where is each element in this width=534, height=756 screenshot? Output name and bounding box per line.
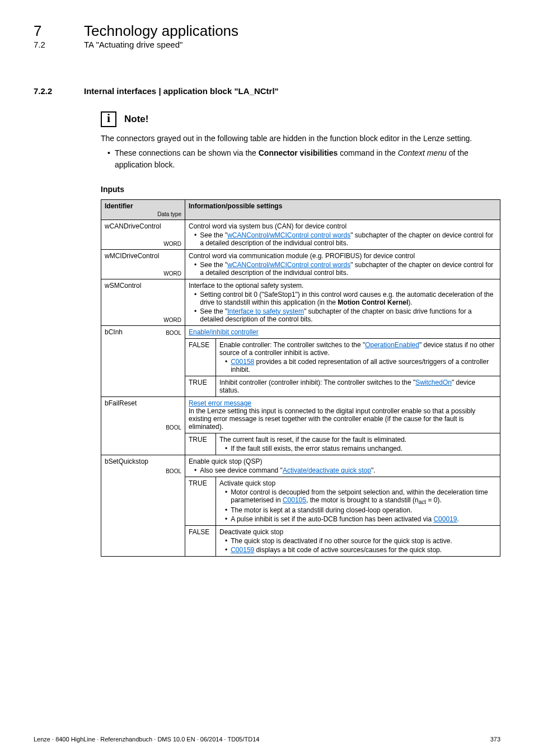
link[interactable]: Enable/inhibit controller: [189, 328, 259, 336]
link[interactable]: Activate/deactivate quick stop: [283, 466, 371, 474]
note-bullet-italic: Context menu: [398, 148, 447, 157]
page-footer: Lenze · 8400 HighLine · Referenzhandbuch…: [34, 736, 500, 743]
chapter-title: Technology applications: [84, 22, 238, 40]
table-row: wCANDriveControl WORD: [101, 220, 185, 249]
note-label: Note!: [124, 114, 148, 125]
chapter-number: 7: [34, 22, 56, 40]
note-bullet-text: These connections can be shown via the: [115, 148, 259, 157]
note-box: i Note! The connectors grayed out in the…: [101, 111, 500, 170]
table-row: wSMControl WORD: [101, 279, 185, 325]
cell-desc: Deactivate quick stop •The quick stop is…: [216, 526, 500, 557]
note-bullet: • These connections can be shown via the…: [107, 147, 500, 170]
cell-desc: Interface to the optional safety system.…: [185, 279, 500, 325]
footer-left: Lenze · 8400 HighLine · Referenzhandbuch…: [34, 736, 259, 743]
cell-value: TRUE: [185, 433, 216, 455]
inputs-table: Identifier Data type Information/possibl…: [101, 199, 500, 557]
cell-desc: Enable quick stop (QSP) •Also see device…: [185, 455, 500, 477]
link[interactable]: C00019: [433, 515, 457, 523]
th-info: Information/possible settings: [185, 199, 500, 220]
cell-desc: Enable controller: The controller switch…: [216, 338, 500, 376]
cell-value: FALSE: [185, 338, 216, 376]
table-row: bSetQuickstop BOOL: [101, 455, 185, 477]
cell-desc: Enable/inhibit controller: [185, 325, 500, 338]
note-body-text: The connectors grayed out in the followi…: [101, 133, 500, 144]
cell-value: TRUE: [185, 477, 216, 525]
cell-desc: Control word via system bus (CAN) for de…: [185, 220, 500, 249]
cell-desc: Control word via communication module (e…: [185, 249, 500, 279]
table-row: bFailReset BOOL: [101, 396, 185, 433]
subsection-number: 7.2.2: [34, 86, 56, 96]
link[interactable]: C00158: [231, 358, 254, 366]
cell-value: FALSE: [185, 526, 216, 557]
link[interactable]: wCANControl/wMCIControl control words: [227, 231, 350, 239]
subsection-title: Internal interfaces | application block …: [84, 86, 279, 96]
link[interactable]: Interface to safety system: [227, 307, 304, 315]
cell-desc: Inhibit controller (controller inhibit):…: [216, 376, 500, 396]
link[interactable]: C00159: [231, 546, 254, 554]
section-title: TA "Actuating drive speed": [84, 40, 182, 49]
note-bullet-bold: Connector visibilities: [259, 148, 338, 157]
link[interactable]: wCANControl/wMCIControl control words: [227, 261, 350, 269]
inputs-heading: Inputs: [101, 185, 500, 194]
info-icon: i: [101, 111, 116, 127]
cell-value: TRUE: [185, 376, 216, 396]
cell-desc: The current fault is reset, if the cause…: [216, 433, 500, 455]
table-row: bCInh BOOL: [101, 325, 185, 338]
th-identifier: Identifier Data type: [101, 199, 185, 220]
link[interactable]: SwitchedOn: [415, 379, 452, 386]
link[interactable]: Reset error message: [189, 399, 251, 407]
cell-desc: Reset error message In the Lenze setting…: [185, 396, 500, 433]
link[interactable]: OperationEnabled: [365, 341, 419, 349]
footer-page-number: 373: [490, 736, 500, 743]
cell-desc: Activate quick stop •Motor control is de…: [216, 477, 500, 525]
separator: _ _ _ _ _ _ _ _ _ _ _ _ _ _ _ _ _ _ _ _ …: [34, 62, 500, 71]
table-row: wMCIDriveControl WORD: [101, 249, 185, 279]
note-bullet-text: command in the: [338, 148, 397, 157]
link[interactable]: C00105: [283, 496, 306, 504]
section-number: 7.2: [34, 40, 56, 49]
